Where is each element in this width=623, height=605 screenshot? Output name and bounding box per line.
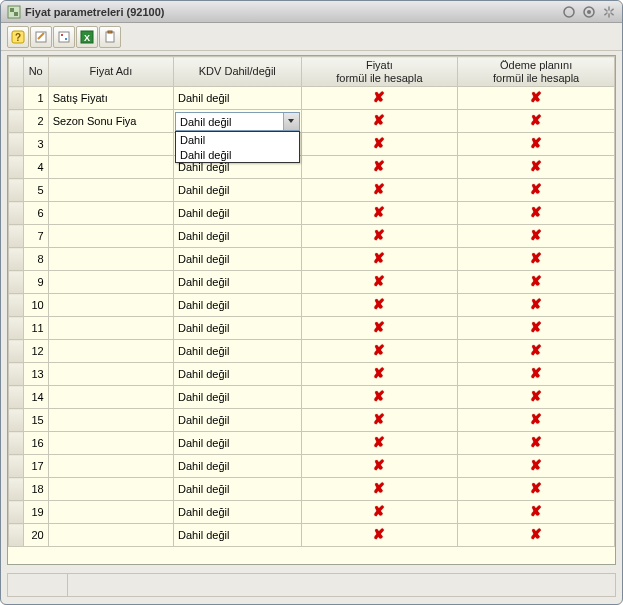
cell-no[interactable]: 8	[23, 248, 48, 271]
cell-no[interactable]: 13	[23, 363, 48, 386]
cell-name[interactable]: Satış Fiyatı	[48, 87, 173, 110]
row-selector[interactable]	[9, 501, 24, 524]
cell-name[interactable]	[48, 386, 173, 409]
row-selector[interactable]	[9, 133, 24, 156]
cell-name[interactable]	[48, 248, 173, 271]
cell-kdv[interactable]: Dahil değilDahilDahil değil	[174, 110, 301, 133]
cell-odeme-formula[interactable]: ✘	[458, 179, 615, 202]
cell-name[interactable]: Sezon Sonu Fiya	[48, 110, 173, 133]
row-selector[interactable]	[9, 317, 24, 340]
table-row[interactable]: 1Satış FiyatıDahil değil✘✘	[9, 87, 615, 110]
cell-odeme-formula[interactable]: ✘	[458, 110, 615, 133]
settings-button[interactable]	[53, 26, 75, 48]
cell-odeme-formula[interactable]: ✘	[458, 501, 615, 524]
cell-odeme-formula[interactable]: ✘	[458, 478, 615, 501]
cell-no[interactable]: 15	[23, 409, 48, 432]
cell-fiyat-formula[interactable]: ✘	[301, 87, 458, 110]
cell-kdv[interactable]: Dahil değil	[174, 271, 301, 294]
cell-odeme-formula[interactable]: ✘	[458, 317, 615, 340]
cell-name[interactable]	[48, 501, 173, 524]
cell-name[interactable]	[48, 340, 173, 363]
cell-odeme-formula[interactable]: ✘	[458, 340, 615, 363]
cell-kdv[interactable]: Dahil değil	[174, 363, 301, 386]
minimize-button[interactable]	[562, 5, 576, 19]
cell-no[interactable]: 3	[23, 133, 48, 156]
cell-kdv[interactable]: Dahil değil	[174, 179, 301, 202]
table-row[interactable]: 3✘✘	[9, 133, 615, 156]
cell-no[interactable]: 19	[23, 501, 48, 524]
col-kdv-header[interactable]: KDV Dahil/değil	[174, 57, 301, 87]
row-selector[interactable]	[9, 87, 24, 110]
cell-kdv[interactable]: Dahil değil	[174, 294, 301, 317]
table-row[interactable]: 9Dahil değil✘✘	[9, 271, 615, 294]
cell-no[interactable]: 1	[23, 87, 48, 110]
cell-name[interactable]	[48, 133, 173, 156]
row-selector[interactable]	[9, 202, 24, 225]
kdv-option[interactable]: Dahil değil	[176, 147, 298, 162]
table-row[interactable]: 19Dahil değil✘✘	[9, 501, 615, 524]
row-selector[interactable]	[9, 478, 24, 501]
cell-name[interactable]	[48, 455, 173, 478]
cell-no[interactable]: 20	[23, 524, 48, 547]
cell-name[interactable]	[48, 202, 173, 225]
cell-no[interactable]: 6	[23, 202, 48, 225]
table-row[interactable]: 7Dahil değil✘✘	[9, 225, 615, 248]
cell-fiyat-formula[interactable]: ✘	[301, 294, 458, 317]
cell-odeme-formula[interactable]: ✘	[458, 455, 615, 478]
table-row[interactable]: 15Dahil değil✘✘	[9, 409, 615, 432]
table-row[interactable]: 14Dahil değil✘✘	[9, 386, 615, 409]
edit-button[interactable]	[30, 26, 52, 48]
row-selector[interactable]	[9, 363, 24, 386]
table-row[interactable]: 6Dahil değil✘✘	[9, 202, 615, 225]
row-selector[interactable]	[9, 340, 24, 363]
cell-odeme-formula[interactable]: ✘	[458, 271, 615, 294]
cell-no[interactable]: 14	[23, 386, 48, 409]
cell-fiyat-formula[interactable]: ✘	[301, 248, 458, 271]
table-row[interactable]: 5Dahil değil✘✘	[9, 179, 615, 202]
cell-odeme-formula[interactable]: ✘	[458, 386, 615, 409]
cell-no[interactable]: 10	[23, 294, 48, 317]
cell-no[interactable]: 4	[23, 156, 48, 179]
col-selector-header[interactable]	[9, 57, 24, 87]
help-button[interactable]: ?	[7, 26, 29, 48]
cell-fiyat-formula[interactable]: ✘	[301, 317, 458, 340]
table-row[interactable]: 12Dahil değil✘✘	[9, 340, 615, 363]
cell-fiyat-formula[interactable]: ✘	[301, 340, 458, 363]
cell-odeme-formula[interactable]: ✘	[458, 156, 615, 179]
table-row[interactable]: 8Dahil değil✘✘	[9, 248, 615, 271]
row-selector[interactable]	[9, 455, 24, 478]
cell-odeme-formula[interactable]: ✘	[458, 133, 615, 156]
cell-fiyat-formula[interactable]: ✘	[301, 202, 458, 225]
cell-odeme-formula[interactable]: ✘	[458, 524, 615, 547]
row-selector[interactable]	[9, 110, 24, 133]
clipboard-button[interactable]	[99, 26, 121, 48]
close-button[interactable]	[602, 5, 616, 19]
table-row[interactable]: 11Dahil değil✘✘	[9, 317, 615, 340]
cell-kdv[interactable]: Dahil değil	[174, 248, 301, 271]
cell-no[interactable]: 11	[23, 317, 48, 340]
table-row[interactable]: 2Sezon Sonu FiyaDahil değilDahilDahil de…	[9, 110, 615, 133]
cell-fiyat-formula[interactable]: ✘	[301, 478, 458, 501]
row-selector[interactable]	[9, 156, 24, 179]
col-name-header[interactable]: Fiyat Adı	[48, 57, 173, 87]
table-row[interactable]: 17Dahil değil✘✘	[9, 455, 615, 478]
cell-kdv[interactable]: Dahil değil	[174, 524, 301, 547]
cell-kdv[interactable]: Dahil değil	[174, 409, 301, 432]
col-odeme-formula-header[interactable]: Ödeme planını formül ile hesapla	[458, 57, 615, 87]
cell-no[interactable]: 9	[23, 271, 48, 294]
cell-fiyat-formula[interactable]: ✘	[301, 455, 458, 478]
cell-kdv[interactable]: Dahil değil	[174, 87, 301, 110]
cell-fiyat-formula[interactable]: ✘	[301, 524, 458, 547]
kdv-dropdown-popup[interactable]: DahilDahil değil	[175, 131, 299, 163]
cell-name[interactable]	[48, 271, 173, 294]
cell-name[interactable]	[48, 432, 173, 455]
cell-kdv[interactable]: Dahil değil	[174, 478, 301, 501]
grid[interactable]: No Fiyat Adı KDV Dahil/değil Fiyatı form…	[7, 55, 616, 565]
cell-kdv[interactable]: Dahil değil	[174, 340, 301, 363]
cell-kdv[interactable]: Dahil değil	[174, 432, 301, 455]
cell-odeme-formula[interactable]: ✘	[458, 432, 615, 455]
cell-odeme-formula[interactable]: ✘	[458, 363, 615, 386]
row-selector[interactable]	[9, 248, 24, 271]
cell-fiyat-formula[interactable]: ✘	[301, 133, 458, 156]
cell-kdv[interactable]: Dahil değil	[174, 317, 301, 340]
